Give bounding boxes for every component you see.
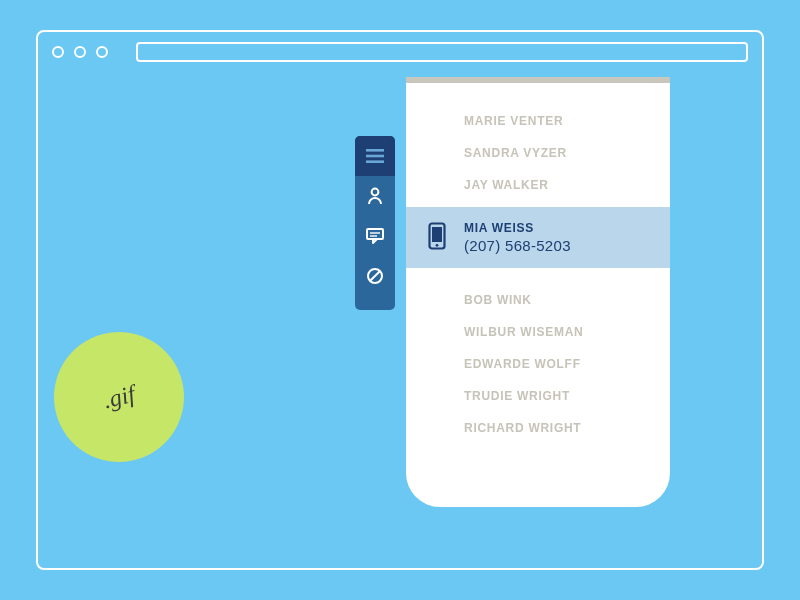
contact-phone: (207) 568-5203 xyxy=(464,237,670,254)
contact-row-selected[interactable]: MIA WEISS (207) 568-5203 xyxy=(406,207,670,268)
window-controls xyxy=(52,46,108,58)
svg-rect-10 xyxy=(432,227,442,242)
person-icon xyxy=(367,187,383,205)
window-control-dot xyxy=(96,46,108,58)
contact-list-panel: MARIE VENTER SANDRA VYZER JAY WALKER MIA… xyxy=(406,77,670,507)
contact-row[interactable]: JAY WALKER xyxy=(406,169,670,201)
menu-button[interactable] xyxy=(355,136,395,176)
svg-point-3 xyxy=(372,189,379,196)
sidebar-item-block[interactable] xyxy=(355,256,395,296)
block-icon xyxy=(366,267,384,285)
svg-rect-1 xyxy=(366,155,384,158)
svg-rect-2 xyxy=(366,160,384,163)
svg-rect-0 xyxy=(366,149,384,152)
hamburger-icon xyxy=(366,149,384,163)
contact-row[interactable]: SANDRA VYZER xyxy=(406,137,670,169)
gif-badge-label: .gif xyxy=(101,380,138,414)
contact-row[interactable]: WILBUR WISEMAN xyxy=(406,316,670,348)
contact-row[interactable]: BOB WINK xyxy=(406,284,670,316)
svg-rect-4 xyxy=(367,229,383,239)
phone-icon xyxy=(428,222,446,254)
contact-name: MIA WEISS xyxy=(464,221,670,235)
sidebar-item-messages[interactable] xyxy=(355,216,395,256)
window-control-dot xyxy=(52,46,64,58)
sidebar-item-contacts[interactable] xyxy=(355,176,395,216)
address-bar-outline xyxy=(136,42,748,62)
contact-row[interactable]: RICHARD WRIGHT xyxy=(406,412,670,444)
svg-point-11 xyxy=(436,243,439,246)
contact-row[interactable]: MARIE VENTER xyxy=(406,105,670,137)
contact-row[interactable]: EDWARDE WOLFF xyxy=(406,348,670,380)
window-control-dot xyxy=(74,46,86,58)
svg-line-8 xyxy=(370,271,380,281)
app-sidebar xyxy=(355,136,395,310)
chat-icon xyxy=(366,228,384,244)
contact-row[interactable]: TRUDIE WRIGHT xyxy=(406,380,670,412)
contact-list[interactable]: MARIE VENTER SANDRA VYZER JAY WALKER MIA… xyxy=(406,83,670,444)
